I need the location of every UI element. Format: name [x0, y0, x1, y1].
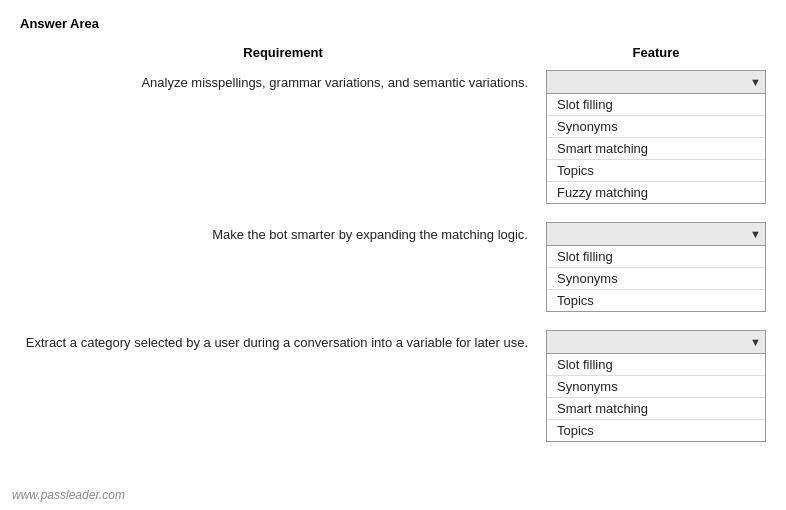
table-row-2: Make the bot smarter by expanding the ma…: [20, 222, 766, 312]
feature-col-1: ▼Slot fillingSynonymsSmart matchingTopic…: [546, 70, 766, 204]
dropdown-header-2[interactable]: ▼: [546, 222, 766, 246]
requirement-text-3: Extract a category selected by a user du…: [20, 330, 546, 353]
dropdown-item-1-3[interactable]: Smart matching: [547, 138, 765, 160]
chevron-down-icon-3: ▼: [750, 336, 761, 348]
dropdown-item-3-4[interactable]: Topics: [547, 420, 765, 441]
requirement-header: Requirement: [20, 45, 546, 60]
dropdown-header-3[interactable]: ▼: [546, 330, 766, 354]
dropdown-list-1: Slot fillingSynonymsSmart matchingTopics…: [546, 94, 766, 204]
dropdown-item-2-2[interactable]: Synonyms: [547, 268, 765, 290]
dropdown-item-3-2[interactable]: Synonyms: [547, 376, 765, 398]
dropdown-item-1-2[interactable]: Synonyms: [547, 116, 765, 138]
table-row-1: Analyze misspellings, grammar variations…: [20, 70, 766, 204]
dropdown-item-2-1[interactable]: Slot filling: [547, 246, 765, 268]
dropdown-list-2: Slot fillingSynonymsTopics: [546, 246, 766, 312]
table-row-3: Extract a category selected by a user du…: [20, 330, 766, 442]
requirement-text-1: Analyze misspellings, grammar variations…: [20, 70, 546, 93]
chevron-down-icon-1: ▼: [750, 76, 761, 88]
dropdown-item-3-3[interactable]: Smart matching: [547, 398, 765, 420]
dropdown-header-1[interactable]: ▼: [546, 70, 766, 94]
columns-header: Requirement Feature: [20, 45, 766, 60]
feature-col-2: ▼Slot fillingSynonymsTopics: [546, 222, 766, 312]
dropdown-list-3: Slot fillingSynonymsSmart matchingTopics: [546, 354, 766, 442]
rows-container: Analyze misspellings, grammar variations…: [20, 70, 766, 442]
feature-col-3: ▼Slot fillingSynonymsSmart matchingTopic…: [546, 330, 766, 442]
dropdown-item-1-5[interactable]: Fuzzy matching: [547, 182, 765, 203]
dropdown-item-2-3[interactable]: Topics: [547, 290, 765, 311]
requirement-text-2: Make the bot smarter by expanding the ma…: [20, 222, 546, 245]
dropdown-item-1-4[interactable]: Topics: [547, 160, 765, 182]
feature-header: Feature: [546, 45, 766, 60]
dropdown-item-1-1[interactable]: Slot filling: [547, 94, 765, 116]
watermark: www.passleader.com: [12, 488, 125, 502]
dropdown-item-3-1[interactable]: Slot filling: [547, 354, 765, 376]
chevron-down-icon-2: ▼: [750, 228, 761, 240]
answer-area-title: Answer Area: [20, 16, 766, 31]
